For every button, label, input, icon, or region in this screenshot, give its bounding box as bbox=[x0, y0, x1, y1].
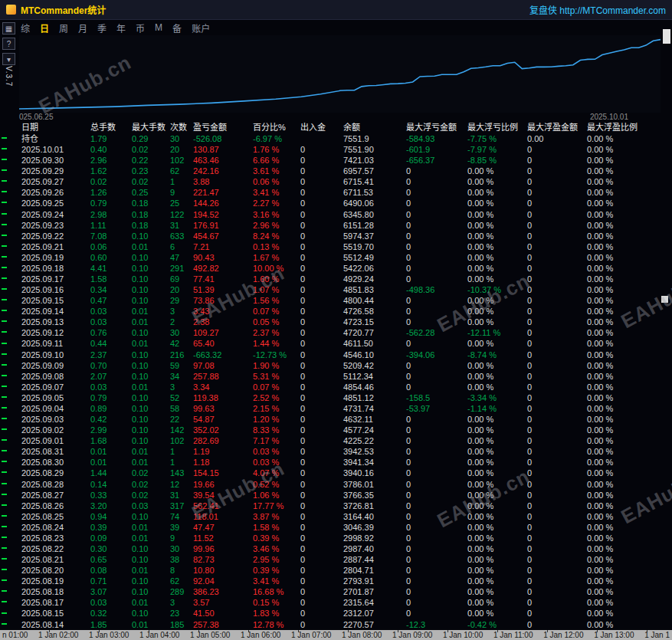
cell: 42 bbox=[170, 338, 193, 349]
tab-季[interactable]: 季 bbox=[97, 21, 107, 34]
table-row[interactable]: 2025.08.300.010.0111.180.03 %03941.3400.… bbox=[19, 457, 672, 468]
tab-综[interactable]: 综 bbox=[21, 21, 30, 34]
table-row[interactable]: 2025.09.011.680.10102282.697.17 %04225.2… bbox=[19, 435, 672, 446]
cell: 0.02 bbox=[132, 490, 170, 501]
cell: 0 bbox=[300, 554, 343, 565]
table-row[interactable]: 2025.09.120.760.1030109.272.37 %04720.77… bbox=[19, 327, 672, 338]
table-row[interactable]: 2025.09.082.070.1034257.885.31 %05112.34… bbox=[19, 371, 672, 382]
cell: 58 bbox=[170, 403, 193, 414]
cell: 0 bbox=[406, 479, 467, 490]
cell: 31 bbox=[170, 220, 193, 231]
table-row[interactable]: 2025.10.010.400.0220130.871.76 %07551.90… bbox=[19, 144, 672, 155]
cell: 7421.03 bbox=[343, 155, 406, 166]
tab-币[interactable]: 币 bbox=[136, 21, 145, 34]
tab-备[interactable]: 备 bbox=[172, 21, 182, 34]
table-row[interactable]: 2025.08.240.390.013947.471.58 %03046.390… bbox=[19, 522, 672, 533]
cell: 0.02 bbox=[132, 479, 170, 490]
cell: 2025.09.14 bbox=[21, 306, 90, 317]
cell: 69 bbox=[170, 274, 193, 284]
table-row[interactable]: 2025.09.231.110.1831176.912.96 %06151.28… bbox=[19, 220, 672, 231]
time-axis-label: 1 Jan 12:00 bbox=[543, 631, 583, 639]
cell: 0 bbox=[300, 263, 343, 274]
cell: 0.00 % bbox=[467, 166, 527, 176]
cell: 0.10 bbox=[132, 554, 170, 565]
scrollbar-thumb[interactable] bbox=[663, 29, 670, 44]
table-row[interactable]: 2025.09.102.370.10216-663.32-12.73 %0454… bbox=[19, 350, 672, 360]
table-row[interactable]: 2025.09.110.440.014265.401.44 %04611.500… bbox=[19, 338, 672, 349]
table-row[interactable]: 2025.08.150.320.102341.501.83 %02312.070… bbox=[19, 608, 672, 619]
cell: 0.10 bbox=[132, 414, 170, 425]
table-row[interactable]: 2025.08.291.440.02143154.154.07 %03940.1… bbox=[19, 468, 672, 478]
table-row[interactable]: 2025.08.220.300.103099.963.46 %02987.400… bbox=[19, 543, 672, 554]
table-row[interactable]: 2025.09.140.030.0133.430.07 %04726.5800.… bbox=[19, 306, 672, 317]
table-row[interactable]: 2025.08.310.010.0111.190.03 %03942.5300.… bbox=[19, 446, 672, 457]
cell: 0 bbox=[300, 198, 343, 208]
cell: 0.00 % bbox=[587, 565, 672, 576]
table-row[interactable]: 2025.09.090.700.105997.081.90 %05209.420… bbox=[19, 360, 672, 371]
table-row[interactable]: 2025.09.242.980.18122194.523.16 %06345.8… bbox=[19, 209, 672, 220]
cell: 0 bbox=[300, 446, 343, 457]
table-row[interactable]: 2025.09.050.790.1052119.382.52 %04851.12… bbox=[19, 392, 672, 403]
cell: 0 bbox=[406, 382, 467, 392]
cell: 3.20 bbox=[90, 501, 132, 511]
grid-icon[interactable]: ▦ bbox=[2, 22, 15, 34]
cell: 0.65 bbox=[90, 554, 132, 565]
table-row[interactable]: 2025.09.190.600.104790.431.67 %05512.490… bbox=[19, 252, 672, 263]
cell: 2025.09.19 bbox=[21, 252, 90, 263]
dropdown-icon[interactable]: ▾ bbox=[2, 53, 15, 65]
table-row[interactable]: 2025.09.227.080.10633454.678.24 %05974.3… bbox=[19, 231, 672, 241]
table-row[interactable]: 2025.09.130.030.0122.380.05 %04723.1500.… bbox=[19, 317, 672, 327]
cell: -498.36 bbox=[406, 284, 467, 295]
tab-月[interactable]: 月 bbox=[78, 21, 87, 34]
tab-账户[interactable]: 账户 bbox=[192, 21, 210, 34]
table-row[interactable]: 2025.09.070.030.0133.340.07 %04854.4600.… bbox=[19, 382, 672, 392]
table-row[interactable]: 2025.08.263.200.03317562.4117.77 %03726.… bbox=[19, 501, 672, 511]
cell: 0.00 % bbox=[467, 338, 527, 349]
table-row[interactable]: 2025.09.171.580.106977.411.60 %04929.240… bbox=[19, 274, 672, 284]
table-row[interactable]: 2025.09.022.990.10142352.028.33 %04577.2… bbox=[19, 425, 672, 435]
table-row[interactable]: 2025.09.040.890.105899.632.15 %04731.74-… bbox=[19, 403, 672, 414]
table-row[interactable]: 2025.08.190.710.106292.043.41 %02793.910… bbox=[19, 576, 672, 586]
table-row[interactable]: 2025.08.250.940.1074118.013.87 %03164.40… bbox=[19, 511, 672, 522]
cell: 3164.40 bbox=[343, 511, 406, 522]
cell: 0 bbox=[300, 274, 343, 284]
table-row[interactable]: 2025.08.280.140.021219.660.52 %03786.010… bbox=[19, 479, 672, 490]
table-row[interactable]: 2025.09.291.620.2362242.163.61 %06957.57… bbox=[19, 166, 672, 176]
tab-年[interactable]: 年 bbox=[116, 21, 126, 34]
cell: 2025.09.07 bbox=[21, 382, 90, 392]
tab-周[interactable]: 周 bbox=[59, 21, 68, 34]
table-row[interactable]: 2025.08.183.070.10289386.2316.68 %02701.… bbox=[19, 586, 672, 597]
table-row[interactable]: 2025.09.184.410.10291492.8210.00 %05422.… bbox=[19, 263, 672, 274]
cell: 0.02 bbox=[132, 144, 170, 155]
help-icon[interactable]: ? bbox=[2, 38, 15, 50]
cell: 0 bbox=[300, 166, 343, 176]
cell: 0.00 % bbox=[587, 468, 672, 478]
cell: 7.17 % bbox=[253, 435, 300, 446]
table-row[interactable]: 2025.09.150.470.102973.861.56 %04800.440… bbox=[19, 295, 672, 306]
table-row[interactable]: 2025.09.270.020.0213.880.06 %06715.4100.… bbox=[19, 176, 672, 187]
brand-link[interactable]: 复盘侠 http://MTCommander.com bbox=[529, 3, 666, 16]
table-row[interactable]: 2025.08.170.030.0133.570.15 %02315.6400.… bbox=[19, 597, 672, 608]
table-row[interactable]: 2025.08.210.650.103882.732.95 %02887.440… bbox=[19, 554, 672, 565]
cell: 0.34 bbox=[90, 284, 132, 295]
table-row[interactable]: 2025.09.250.790.1825144.262.27 %06490.06… bbox=[19, 198, 672, 208]
table-row[interactable]: 2025.08.141.850.01185257.3812.78 %02270.… bbox=[19, 619, 672, 630]
table-row[interactable]: 2025.09.160.340.102051.391.07 %04851.83-… bbox=[19, 284, 672, 295]
tab-日[interactable]: 日 bbox=[40, 21, 49, 34]
time-axis-label: n 01:00 bbox=[2, 631, 28, 639]
table-row[interactable]: 2025.09.030.420.102254.871.20 %04632.110… bbox=[19, 414, 672, 425]
table-row[interactable]: 2025.08.230.090.01911.520.39 %02998.9200… bbox=[19, 533, 672, 543]
time-axis[interactable]: n 01:001 Jan 02:001 Jan 03:001 Jan 04:00… bbox=[0, 630, 672, 640]
table-row[interactable]: 持仓1.790.2930-526.08-6.97 %7551.9-584.93-… bbox=[19, 133, 672, 144]
cell: 0.01 bbox=[132, 597, 170, 608]
cell: 2025.09.18 bbox=[21, 263, 90, 274]
table-row[interactable]: 2025.09.210.060.0167.210.13 %05519.7000.… bbox=[19, 241, 672, 252]
cell: 0 bbox=[406, 414, 467, 425]
table-row[interactable]: 2025.09.302.960.22102463.466.66 %07421.0… bbox=[19, 155, 672, 166]
table-row[interactable]: 2025.09.261.260.259221.473.41 %06711.530… bbox=[19, 187, 672, 198]
table-row[interactable]: 2025.08.200.080.01810.800.39 %02804.7100… bbox=[19, 565, 672, 576]
tab-M[interactable]: M bbox=[155, 22, 162, 33]
cell: 0.00 % bbox=[587, 619, 672, 630]
table-row[interactable]: 2025.08.270.330.023139.541.06 %03766.350… bbox=[19, 490, 672, 501]
cell: 291 bbox=[170, 263, 193, 274]
